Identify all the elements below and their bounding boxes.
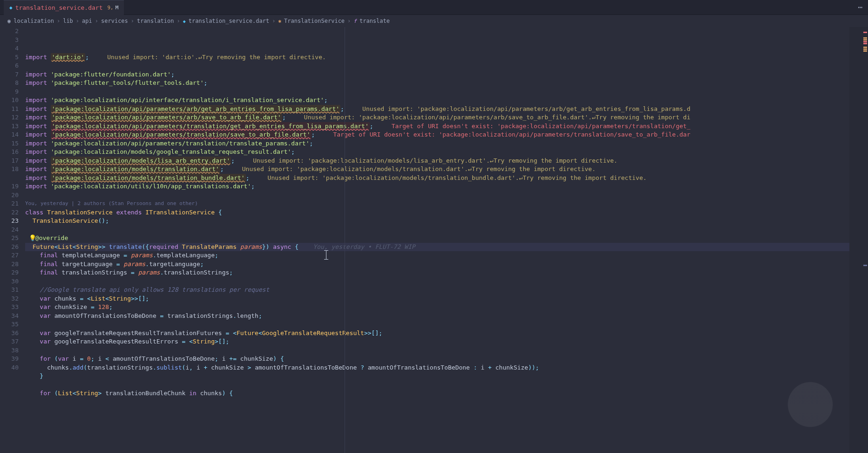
breadcrumb-segment[interactable]: lib bbox=[63, 18, 73, 24]
tab-filename: translation_service.dart bbox=[15, 4, 103, 11]
code-line[interactable] bbox=[25, 320, 849, 329]
code-line[interactable]: for (var i = 0; i < amountOfTranslations… bbox=[25, 355, 849, 364]
line-number: 13 bbox=[0, 122, 19, 131]
lightbulb-icon[interactable]: 💡 bbox=[29, 234, 35, 243]
line-number: 14 bbox=[0, 130, 19, 139]
code-line[interactable] bbox=[25, 88, 849, 96]
code-line[interactable]: final translationStrings = params.transl… bbox=[25, 268, 849, 277]
line-number: 35 bbox=[0, 320, 19, 329]
line-number-gutter: 2345678910111213141516171819202122232425… bbox=[0, 27, 25, 453]
line-number: 23 bbox=[0, 217, 19, 226]
more-actions-icon[interactable]: ⋯ bbox=[858, 3, 862, 12]
code-line[interactable]: var googleTranslateRequestResultTranslat… bbox=[25, 329, 849, 338]
line-number: 5 bbox=[0, 53, 19, 62]
editor-tab[interactable]: ◆ translation_service.dart 9, M bbox=[4, 0, 124, 15]
code-line[interactable]: import 'package:localization/models/goog… bbox=[25, 148, 849, 157]
breadcrumb-method[interactable]: translate bbox=[359, 18, 390, 24]
line-number: 25 bbox=[0, 234, 19, 243]
breadcrumb-class[interactable]: TranslationService bbox=[284, 18, 345, 24]
code-line[interactable]: import 'package:localization/api/paramet… bbox=[25, 139, 849, 148]
line-number: 4 bbox=[0, 44, 19, 53]
breadcrumb-segment[interactable]: translation bbox=[137, 18, 174, 24]
breadcrumb-segment[interactable]: api bbox=[82, 18, 92, 24]
code-line[interactable]: } bbox=[25, 372, 849, 381]
code-line[interactable]: import 'package:localization/models/tran… bbox=[25, 165, 849, 174]
line-number: 34 bbox=[0, 312, 19, 321]
line-number: 24 bbox=[0, 226, 19, 234]
line-number: 26 bbox=[0, 243, 19, 252]
code-line[interactable] bbox=[25, 381, 849, 390]
code-line[interactable]: import 'package:localization/api/paramet… bbox=[25, 130, 849, 139]
line-number: 27 bbox=[0, 251, 19, 260]
text-cursor bbox=[326, 250, 326, 261]
line-number: 28 bbox=[0, 260, 19, 269]
code-line[interactable]: class TranslationService extends ITransl… bbox=[25, 208, 849, 217]
line-number: 22 bbox=[0, 208, 19, 217]
code-line[interactable]: var amountOfTranslationsToBeDone = trans… bbox=[25, 312, 849, 321]
code-line[interactable]: import 'package:flutter_tools/flutter_to… bbox=[25, 79, 849, 88]
code-line[interactable]: import 'package:localization/api/paramet… bbox=[25, 122, 849, 131]
code-line[interactable]: import 'package:localization/models/lisa… bbox=[25, 157, 849, 165]
line-number: 38 bbox=[0, 346, 19, 355]
code-line[interactable]: import 'package:localization/api/paramet… bbox=[25, 113, 849, 122]
code-line[interactable]: import 'package:flutter/foundation.dart'… bbox=[25, 70, 849, 79]
breadcrumb-segment[interactable]: services bbox=[101, 18, 128, 24]
code-line[interactable]: import 'package:localization/models/tran… bbox=[25, 174, 849, 183]
class-icon: ✱ bbox=[278, 18, 281, 24]
line-number: 29 bbox=[0, 268, 19, 277]
line-number: 30 bbox=[0, 277, 19, 286]
line-number: 6 bbox=[0, 62, 19, 70]
code-line[interactable] bbox=[25, 277, 849, 286]
code-line[interactable] bbox=[25, 62, 849, 70]
code-line[interactable] bbox=[25, 226, 849, 234]
line-number: 36 bbox=[0, 329, 19, 338]
line-number: 39 bbox=[0, 355, 19, 364]
line-number: 31 bbox=[0, 286, 19, 295]
line-number: 11 bbox=[0, 105, 19, 114]
line-number: 18 bbox=[0, 165, 19, 174]
breadcrumb-file[interactable]: translation_service.dart bbox=[189, 18, 269, 24]
line-number: 9 bbox=[0, 88, 19, 96]
record-icon[interactable]: ◉ bbox=[7, 18, 11, 24]
tab-modified-indicator: M bbox=[115, 5, 119, 11]
code-area[interactable]: import 'dart:io'; Unused import: 'dart:i… bbox=[25, 27, 849, 453]
chevron-right-icon: › bbox=[76, 18, 79, 24]
code-line[interactable]: //Google translate api only allows 128 t… bbox=[25, 286, 849, 295]
code-line[interactable]: import 'package:localization/api/interfa… bbox=[25, 96, 849, 105]
code-line[interactable] bbox=[25, 346, 849, 355]
code-line[interactable]: import 'package:localization/api/paramet… bbox=[25, 105, 849, 114]
code-line[interactable]: for (List<String> translationBundleChunk… bbox=[25, 389, 849, 398]
tab-problem-count: 9, bbox=[107, 5, 113, 11]
line-number: 37 bbox=[0, 337, 19, 346]
dart-file-icon: ◆ bbox=[183, 19, 186, 24]
code-line[interactable]: import 'dart:io'; Unused import: 'dart:i… bbox=[25, 53, 849, 62]
code-line[interactable]: Future<List<String>> translate({required… bbox=[25, 243, 849, 252]
overview-ruler[interactable] bbox=[849, 27, 868, 453]
breadcrumb-segment[interactable]: localization bbox=[14, 18, 54, 24]
line-number: 7 bbox=[0, 70, 19, 79]
line-number: 20 bbox=[0, 191, 19, 200]
line-number: 3 bbox=[0, 36, 19, 45]
code-line[interactable]: import 'package:localization/utils/l10n/… bbox=[25, 182, 849, 191]
chevron-right-icon: › bbox=[131, 18, 134, 24]
tab-bar: ◆ translation_service.dart 9, M ⋯ bbox=[0, 0, 868, 15]
editor-ruler bbox=[345, 27, 345, 453]
code-line[interactable]: var googleTranslateRequestResultErrors =… bbox=[25, 337, 849, 346]
code-line[interactable]: var chunks = <List<String>>[]; bbox=[25, 295, 849, 303]
line-number: 32 bbox=[0, 295, 19, 303]
chevron-right-icon: › bbox=[177, 18, 180, 24]
codelens[interactable]: You, yesterday | 2 authors (Stan Persoon… bbox=[25, 199, 849, 208]
code-line[interactable] bbox=[25, 191, 849, 200]
code-line[interactable]: final templateLanguage = params.template… bbox=[25, 251, 849, 260]
line-number: 10 bbox=[0, 96, 19, 105]
code-line[interactable]: var chunkSize = 128; bbox=[25, 303, 849, 312]
code-line[interactable]: chunks.add(translationStrings.sublist(i,… bbox=[25, 364, 849, 372]
code-line[interactable]: final targetLanguage = params.targetLang… bbox=[25, 260, 849, 269]
line-number: 12 bbox=[0, 113, 19, 122]
line-number: 33 bbox=[0, 303, 19, 312]
chevron-right-icon: › bbox=[347, 18, 351, 24]
method-icon: f bbox=[353, 18, 357, 24]
code-line[interactable]: 💡@override bbox=[25, 234, 849, 243]
code-line[interactable]: TranslationService(); bbox=[25, 217, 849, 226]
dart-file-icon: ◆ bbox=[9, 5, 13, 11]
